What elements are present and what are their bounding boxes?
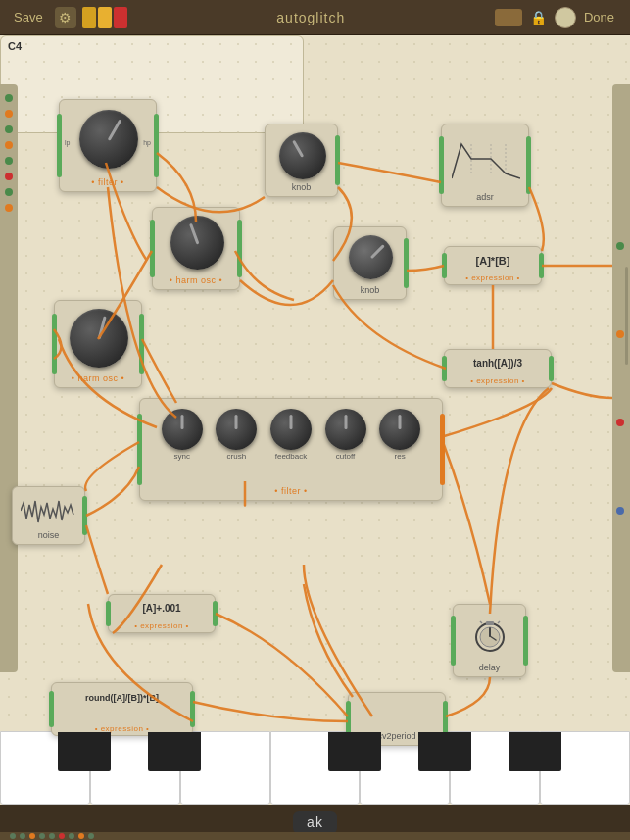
bottom-bar: ak (0, 805, 630, 840)
port-dot[interactable] (5, 125, 13, 133)
filter2-label: filter (140, 486, 442, 496)
knob1-title: knob (266, 182, 337, 192)
cutoff-label: cutoff (336, 452, 355, 461)
color-block-2[interactable] (98, 7, 112, 28)
port-dot[interactable] (616, 419, 624, 426)
crush-knob[interactable] (216, 409, 257, 450)
right-port-bar (335, 135, 340, 185)
harm-osc1-module[interactable]: harm osc (152, 207, 240, 290)
port-dot[interactable] (616, 507, 624, 515)
bottom-port[interactable] (69, 833, 74, 839)
port-dot[interactable] (5, 110, 13, 118)
gear-button[interactable]: ⚙ (55, 7, 76, 28)
patch-title: autoglitch (127, 10, 495, 25)
right-port-strip (612, 84, 630, 672)
svg-line-9 (498, 621, 500, 623)
theme-circle[interactable] (555, 7, 576, 28)
port-dot[interactable] (5, 173, 13, 180)
expr2-module[interactable]: tanh([A])/3 expression (444, 349, 552, 388)
bottom-port[interactable] (20, 833, 25, 839)
port-dot[interactable] (5, 141, 13, 149)
bottom-port[interactable] (29, 833, 35, 839)
patch-canvas[interactable]: bp lp hp filter harm osc harm osc knob k… (0, 35, 630, 805)
bottom-port[interactable] (59, 833, 65, 839)
left-port-bar (137, 414, 142, 484)
right-port-bar (523, 616, 528, 666)
bottom-port[interactable] (78, 833, 84, 839)
port-dot[interactable] (616, 330, 624, 338)
header-right: 🔒 (495, 7, 576, 28)
knob2-knob[interactable] (349, 235, 393, 279)
harm-osc2-module[interactable]: harm osc (54, 300, 142, 388)
sync-label: sync (174, 452, 190, 461)
knob1-knob[interactable] (279, 132, 326, 179)
noise-waveform (21, 495, 74, 526)
done-button[interactable]: Done (576, 8, 622, 26)
color-block-3[interactable] (114, 7, 127, 28)
knob1-module[interactable]: knob (265, 124, 338, 197)
harm-osc1-knob[interactable] (170, 216, 224, 270)
filter-module[interactable]: bp lp hp filter (59, 99, 157, 192)
sync-knob[interactable] (162, 409, 203, 450)
right-port-bar (404, 238, 409, 288)
delay-module[interactable]: delay (453, 604, 526, 677)
res-label: res (395, 452, 406, 461)
port-dot[interactable] (5, 94, 13, 102)
expr3-label: expression (109, 621, 215, 630)
bottom-port[interactable] (49, 833, 55, 839)
adsr-shape (452, 139, 520, 183)
expr3-module[interactable]: [A]+.001 expression (108, 594, 216, 633)
left-port-bar (439, 136, 444, 193)
ak-badge: ak (293, 811, 337, 834)
noise-module[interactable]: noise (12, 486, 85, 545)
res-knob-wrap: res (379, 409, 420, 461)
noise-title: noise (13, 530, 84, 540)
color-swatch[interactable] (495, 9, 522, 26)
feedback-label: feedback (275, 452, 307, 461)
expr4-module[interactable]: round([A]/[B])*[B] expression (51, 682, 193, 736)
res-knob[interactable] (379, 409, 420, 450)
save-button[interactable]: Save (8, 8, 49, 26)
filter2-module[interactable]: sync crush feedback cutoff res filter (139, 398, 443, 501)
left-port-bar (150, 220, 155, 276)
adsr-title: adsr (442, 192, 528, 202)
port-dot[interactable] (616, 242, 624, 250)
expr1-module[interactable]: [A]*[B] expression (444, 246, 542, 285)
filter-lp-label: lp (65, 139, 70, 146)
left-port-bar (57, 114, 62, 177)
harm-osc2-knob[interactable] (70, 309, 128, 368)
right-port-bar (139, 314, 144, 374)
cutoff-knob[interactable] (325, 409, 366, 450)
filter-hp-label: hp (143, 139, 151, 146)
bottom-port[interactable] (10, 833, 16, 839)
expr1-text: [A]*[B] (445, 255, 541, 267)
sync-knob-wrap: sync (162, 409, 203, 461)
knob2-module[interactable]: knob (333, 226, 407, 300)
left-port-bar (52, 314, 57, 374)
port-dot[interactable] (5, 188, 13, 196)
port-dot[interactable] (5, 157, 13, 165)
svg-rect-7 (486, 621, 494, 625)
filter-knob[interactable] (79, 110, 138, 169)
scroll-indicator[interactable] (625, 267, 628, 365)
port-dot[interactable] (5, 204, 13, 212)
expr1-label: expression (445, 273, 541, 282)
feedback-knob-wrap: feedback (270, 409, 312, 461)
lock-icon[interactable]: 🔒 (530, 10, 547, 25)
piano-note: C4 (8, 40, 22, 52)
expr3-text: [A]+.001 (109, 603, 215, 614)
right-port-bar (237, 220, 242, 276)
expr2-text: tanh([A])/3 (445, 358, 551, 369)
svg-line-8 (480, 621, 482, 623)
expr4-text: round([A]/[B])*[B] (52, 693, 192, 703)
feedback-knob[interactable] (270, 409, 312, 450)
crush-label: crush (227, 452, 247, 461)
filter-label: filter (60, 177, 156, 187)
bottom-port[interactable] (39, 833, 45, 839)
right-port-bar (440, 414, 445, 484)
color-block-1[interactable] (82, 7, 96, 28)
bottom-port[interactable] (88, 833, 94, 839)
crush-knob-wrap: crush (216, 409, 257, 461)
right-port-bar (154, 114, 159, 177)
adsr-module[interactable]: adsr (441, 124, 529, 207)
